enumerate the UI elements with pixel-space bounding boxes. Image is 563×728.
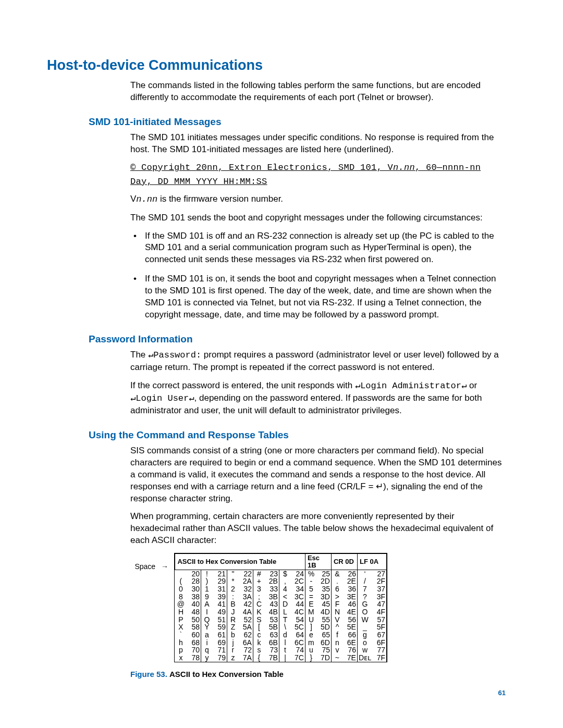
- hex-value: 73: [265, 646, 279, 654]
- ascii-char: ?: [357, 593, 372, 601]
- ascii-char: =: [305, 593, 317, 601]
- ascii-char: N: [331, 608, 343, 616]
- hex-value: 67: [372, 631, 387, 639]
- ascii-char: \: [279, 623, 291, 631]
- copyright-message-line2: Day, DD MMM YYYY HH:MM:SS: [130, 176, 506, 188]
- ascii-char: ": [227, 570, 239, 577]
- ascii-hex-table: ASCII to Hex Conversion TableEsc 1BCR 0D…: [174, 553, 387, 662]
- ascii-char: (: [175, 577, 187, 585]
- ascii-char: G: [357, 600, 372, 608]
- ascii-char: +: [253, 577, 265, 585]
- hex-value: 76: [343, 646, 358, 654]
- ascii-char: j: [227, 639, 239, 647]
- ascii-char: w: [357, 646, 372, 654]
- hex-value: 57: [372, 616, 387, 624]
- ascii-char: _: [357, 623, 372, 631]
- hex-value: 3E: [343, 593, 358, 601]
- hex-value: 26: [343, 570, 358, 577]
- ascii-char: U: [305, 616, 317, 624]
- ascii-char: ]: [305, 623, 317, 631]
- hex-value: 4B: [265, 608, 279, 616]
- ascii-char: q: [201, 646, 213, 654]
- ascii-char: e: [305, 631, 317, 639]
- hex-value: 35: [317, 585, 332, 593]
- ascii-char: l: [279, 639, 291, 647]
- hex-value: 58: [187, 623, 201, 631]
- ascii-char: L: [279, 608, 291, 616]
- ascii-char: W: [357, 616, 372, 624]
- hex-value: 61: [213, 631, 227, 639]
- hex-value: 44: [291, 600, 305, 608]
- ascii-char: {: [253, 654, 265, 662]
- ascii-char: p: [175, 646, 187, 654]
- hex-value: 28: [187, 577, 201, 585]
- table-row: 838939:3A;3B<3C=3D>3E?3F: [175, 593, 387, 601]
- hex-value: 72: [239, 646, 253, 654]
- hex-value: 3C: [291, 593, 305, 601]
- page-heading: Host-to-device Communications: [47, 57, 506, 73]
- hex-value: 7D: [317, 654, 332, 662]
- hex-value: 5A: [239, 623, 253, 631]
- hex-value: 53: [265, 616, 279, 624]
- ascii-char: >: [331, 593, 343, 601]
- ascii-char: Q: [201, 616, 213, 624]
- section-heading-password: Password Information: [89, 334, 506, 345]
- ascii-char: f: [331, 631, 343, 639]
- ascii-char: a: [201, 631, 213, 639]
- hex-value: 66: [343, 631, 358, 639]
- hex-value: 4A: [239, 608, 253, 616]
- hex-value: 65: [317, 631, 332, 639]
- ascii-char: J: [227, 608, 239, 616]
- hex-value: 63: [265, 631, 279, 639]
- hex-value: 7F: [372, 654, 387, 662]
- hex-value: 71: [213, 646, 227, 654]
- hex-value: 62: [239, 631, 253, 639]
- hex-value: 69: [213, 639, 227, 647]
- ascii-char: ;: [253, 593, 265, 601]
- sec3-p2: When programming, certain characters are…: [130, 511, 506, 547]
- hex-value: 4C: [291, 608, 305, 616]
- ascii-char: ): [201, 577, 213, 585]
- ascii-char: [175, 570, 187, 577]
- hex-value: 46: [343, 600, 358, 608]
- hex-value: 3A: [239, 593, 253, 601]
- hex-value: 51: [213, 616, 227, 624]
- hex-value: 6E: [343, 639, 358, 647]
- table-row: P50Q51R52S53T54U55V56W57: [175, 616, 387, 624]
- hex-value: 2D: [317, 577, 332, 585]
- ascii-char: %: [305, 570, 317, 577]
- table-row: @40A41B42C43D44E45F46G47: [175, 600, 387, 608]
- arrow-right-icon: →: [157, 562, 172, 571]
- ascii-char: ^: [331, 623, 343, 631]
- ascii-char: x: [175, 654, 187, 662]
- ascii-char: R: [227, 616, 239, 624]
- hex-value: 27: [372, 570, 387, 577]
- ascii-char: .: [331, 577, 343, 585]
- ascii-char: S: [253, 616, 265, 624]
- ascii-char: 8: [175, 593, 187, 601]
- ascii-char: z: [227, 654, 239, 662]
- hex-value: 40: [187, 600, 201, 608]
- sec2-p1: The ↵Password: prompt requires a passwor…: [130, 349, 506, 374]
- ascii-char: O: [357, 608, 372, 616]
- hex-value: 7A: [239, 654, 253, 662]
- hex-value: 5E: [343, 623, 358, 631]
- ascii-char: I: [201, 608, 213, 616]
- hex-value: 30: [187, 585, 201, 593]
- table-row: h68i69j6Ak6Bl6Cm6Dn6Eo6F: [175, 639, 387, 647]
- ascii-char: C: [253, 600, 265, 608]
- ascii-char: |: [279, 654, 291, 662]
- hex-value: 6A: [239, 639, 253, 647]
- return-icon: ↵: [461, 381, 467, 391]
- ascii-char: o: [357, 639, 372, 647]
- section-heading-command-tables: Using the Command and Response Tables: [89, 429, 506, 441]
- hex-value: 78: [187, 654, 201, 662]
- hex-value: 36: [343, 585, 358, 593]
- hex-value: 33: [265, 585, 279, 593]
- sec3-p1: SIS commands consist of a string (one or…: [130, 445, 506, 505]
- hex-value: 74: [291, 646, 305, 654]
- ascii-char: 0: [175, 585, 187, 593]
- table-extra: Esc 1B: [305, 554, 331, 570]
- table-row: X58Y59Z5A[5B\5C]5D^5E_5F: [175, 623, 387, 631]
- hex-value: 31: [213, 585, 227, 593]
